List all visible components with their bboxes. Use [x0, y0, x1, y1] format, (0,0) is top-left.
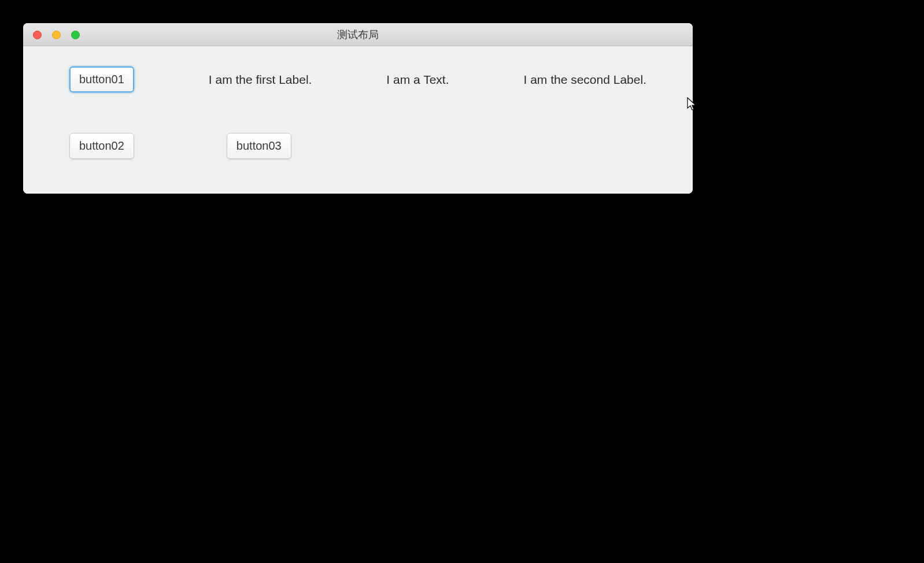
window-content: button01 I am the first Label. I am a Te…: [23, 46, 693, 194]
text-1: I am a Text.: [386, 73, 449, 87]
traffic-lights: [33, 31, 80, 39]
label-2: I am the second Label.: [523, 73, 646, 87]
row-1: button01 I am the first Label. I am a Te…: [69, 66, 646, 92]
row-2: button02 button03: [69, 133, 646, 159]
application-window: 测试布局 button01 I am the first Label. I am…: [23, 23, 693, 194]
maximize-icon[interactable]: [71, 31, 80, 39]
close-icon[interactable]: [33, 31, 42, 39]
label-1: I am the first Label.: [209, 73, 312, 87]
button-02[interactable]: button02: [69, 133, 134, 159]
titlebar[interactable]: 测试布局: [23, 23, 693, 46]
button-01[interactable]: button01: [69, 66, 134, 92]
window-title: 测试布局: [337, 28, 379, 42]
button-03[interactable]: button03: [227, 133, 291, 159]
minimize-icon[interactable]: [52, 31, 61, 39]
